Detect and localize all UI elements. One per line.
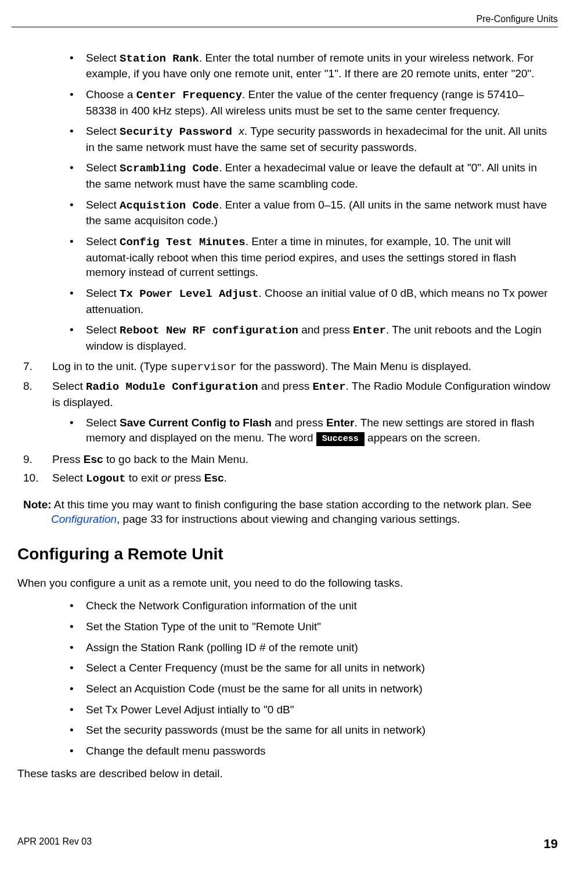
list-item: Select Scrambling Code. Enter a hexadeci… [70, 160, 553, 191]
section-heading: Configuring a Remote Unit [17, 543, 553, 565]
inline-code: Security Password [120, 125, 239, 138]
list-item: Select Security Password x. Type securit… [70, 124, 553, 155]
step-text: Select Radio Module Configuration and pr… [52, 380, 550, 408]
list-item: Select Tx Power Level Adjust. Choose an … [70, 286, 553, 317]
list-item: Select Acquistion Code. Enter a value fr… [70, 198, 553, 228]
task-list: Check the Network Configuration informat… [70, 598, 553, 758]
step-8: 8. Select Radio Module Configuration and… [17, 379, 553, 446]
list-item: Select a Center Frequency (must be the s… [70, 660, 553, 676]
step-10: 10. Select Logout to exit or press Esc. [17, 471, 553, 487]
bold-label: Esc [204, 472, 224, 484]
configuration-link[interactable]: Configuration [51, 513, 117, 525]
list-item: Set the Station Type of the unit to "Rem… [70, 619, 553, 634]
inline-code: Scrambling Code [120, 162, 219, 175]
inline-code: Logout [86, 472, 125, 485]
list-item: Set the security passwords (must be the … [70, 723, 553, 738]
step-number: 10. [23, 471, 46, 486]
inline-code: Station Rank [120, 52, 199, 65]
step-9: 9. Press Esc to go back to the Main Menu… [17, 452, 553, 467]
list-item: Assign the Station Rank (polling ID # of… [70, 640, 553, 655]
header-title: Pre-Configure Units [477, 14, 558, 24]
bold-label: Enter [326, 416, 355, 429]
note-block: Note: At this time you may want to finis… [17, 497, 553, 527]
list-item: Change the default menu passwords [70, 744, 553, 759]
list-item: Choose a Center Frequency. Enter the val… [70, 87, 553, 118]
list-item: Set Tx Power Level Adjust intially to "0… [70, 702, 553, 717]
numbered-steps: 7. Log in to the unit. (Type supervisor … [17, 359, 553, 486]
bold-label: Esc [84, 453, 103, 465]
footer-left: APR 2001 Rev 03 [17, 835, 92, 848]
inline-code: Enter [313, 380, 346, 393]
outro-paragraph: These tasks are described below in detai… [17, 766, 553, 781]
step-number: 7. [23, 359, 46, 374]
step-text: Log in to the unit. (Type supervisor for… [52, 360, 471, 372]
page-footer: APR 2001 Rev 03 19 [17, 835, 558, 853]
inline-code: Enter [353, 324, 386, 337]
note-label: Note: [23, 498, 52, 511]
page-header: Pre-Configure Units [12, 13, 558, 27]
inline-code: Reboot New RF configuration [120, 324, 298, 337]
inline-code: supervisor [171, 361, 237, 374]
step-text: Press Esc to go back to the Main Menu. [52, 453, 248, 465]
step-number: 8. [23, 379, 46, 394]
inline-code: Config Test Minutes [120, 236, 246, 249]
page-number: 19 [544, 835, 558, 853]
list-item: Select an Acquistion Code (must be the s… [70, 681, 553, 696]
inline-code: Tx Power Level Adjust [120, 288, 258, 300]
inline-code: Acquistion Code [120, 199, 219, 212]
step-8-inner: Select Save Current Config to Flash and … [70, 415, 553, 446]
inline-code: Radio Module Configuration [86, 380, 258, 393]
list-item: Select Station Rank. Enter the total num… [70, 51, 553, 81]
step-7: 7. Log in to the unit. (Type supervisor … [17, 359, 553, 375]
success-indicator: Success [316, 432, 365, 446]
config-bullet-list: Select Station Rank. Enter the total num… [70, 51, 553, 354]
bold-label: Save Current Config to Flash [120, 416, 272, 429]
inline-code: Center Frequency [136, 89, 242, 102]
step-text: Select Logout to exit or press Esc. [52, 472, 227, 484]
intro-paragraph: When you configure a unit as a remote un… [17, 576, 553, 591]
list-item: Check the Network Configuration informat… [70, 598, 553, 613]
list-item: Select Config Test Minutes. Enter a time… [70, 234, 553, 280]
step-number: 9. [23, 452, 46, 467]
list-item: Select Reboot New RF configuration and p… [70, 322, 553, 353]
